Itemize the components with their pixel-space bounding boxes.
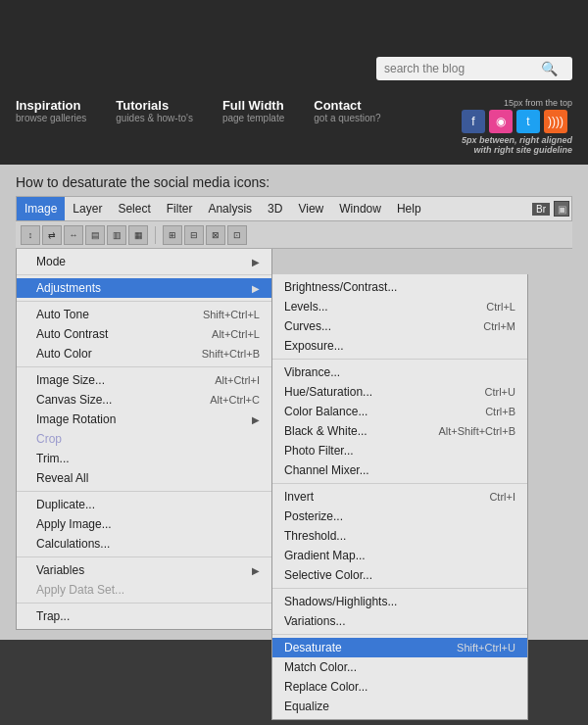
right-row-photo-filter[interactable]: Photo Filter... <box>272 441 527 460</box>
right-row-selective-color[interactable]: Selective Color... <box>272 565 527 585</box>
dribbble-icon[interactable]: ◉ <box>489 110 513 133</box>
right-row-channel-mixer[interactable]: Channel Mixer... <box>272 460 527 480</box>
auto-color-shortcut: Shift+Ctrl+B <box>202 348 260 360</box>
levels-shortcut: Ctrl+L <box>486 301 515 313</box>
nav-item-inspiration[interactable]: Inspiration browse galleries <box>16 98 86 123</box>
image-rotation-label: Image Rotation <box>36 412 116 426</box>
menu-row-mode[interactable]: Mode ▶ <box>17 252 271 271</box>
tb-btn-5[interactable]: ▥ <box>107 225 126 245</box>
menu-bar: Image Layer Select Filter Analysis 3D Vi… <box>16 196 572 221</box>
right-row-curves[interactable]: Curves... Ctrl+M <box>272 316 527 336</box>
right-row-invert[interactable]: Invert Ctrl+I <box>272 487 527 507</box>
facebook-icon[interactable]: f <box>462 110 485 133</box>
menu-item-window[interactable]: Window <box>331 197 389 220</box>
menu-group-variables: Variables ▶ Apply Data Set... <box>17 557 271 604</box>
menu-row-duplicate[interactable]: Duplicate... <box>17 495 271 514</box>
right-row-color-balance[interactable]: Color Balance... Ctrl+B <box>272 402 527 421</box>
menu-item-analysis[interactable]: Analysis <box>200 197 260 220</box>
menu-group-duplicate: Duplicate... Apply Image... Calculations… <box>17 492 271 557</box>
right-row-match-color[interactable]: Match Color... <box>272 657 527 677</box>
selective-color-label: Selective Color... <box>284 568 372 582</box>
nav-item-tutorials[interactable]: Tutorials guides & how-to's <box>116 98 193 123</box>
search-input[interactable] <box>384 62 541 75</box>
nav-item-contact[interactable]: Contact got a question? <box>314 98 380 123</box>
right-row-hue-sat[interactable]: Hue/Saturation... Ctrl+U <box>272 382 527 402</box>
nav-area: Inspiration browse galleries Tutorials g… <box>0 98 588 165</box>
twitter-icon[interactable]: t <box>516 110 540 133</box>
mode-label: Mode <box>36 255 66 268</box>
curves-shortcut: Ctrl+M <box>483 320 515 332</box>
menu-item-help[interactable]: Help <box>389 197 429 220</box>
auto-contrast-label: Auto Contrast <box>36 327 108 341</box>
right-row-equalize[interactable]: Equalize <box>272 697 527 716</box>
right-row-brightness[interactable]: Brightness/Contrast... <box>272 277 527 297</box>
nav-title-contact: Contact <box>314 98 380 113</box>
menu-row-trim[interactable]: Trim... <box>17 449 271 468</box>
menu-item-filter[interactable]: Filter <box>159 197 201 220</box>
tb-btn-1[interactable]: ↕ <box>21 225 40 245</box>
tb-btn-3[interactable]: ↔ <box>64 225 83 245</box>
social-note-top: 15px from the top <box>462 98 572 108</box>
content-area: How to desaturate the social media icons… <box>0 165 588 640</box>
right-row-vibrance[interactable]: Vibrance... <box>272 362 527 382</box>
rss-icon[interactable]: )))) <box>544 110 567 133</box>
menu-row-auto-color[interactable]: Auto Color Shift+Ctrl+B <box>17 344 271 363</box>
exposure-label: Exposure... <box>284 339 344 353</box>
calculations-label: Calculations... <box>36 537 110 551</box>
shadows-label: Shadows/Highlights... <box>284 595 397 608</box>
menu-group-auto: Auto Tone Shift+Ctrl+L Auto Contrast Alt… <box>17 302 271 367</box>
menu-group-adjustments: Adjustments ▶ <box>17 275 271 302</box>
tb-btn-7[interactable]: ⊞ <box>163 225 182 245</box>
adjustments-label: Adjustments <box>36 281 101 295</box>
tb-btn-8[interactable]: ⊟ <box>184 225 204 245</box>
nav-links: Inspiration browse galleries Tutorials g… <box>16 98 381 123</box>
tb-btn-9[interactable]: ⊠ <box>206 225 225 245</box>
threshold-label: Threshold... <box>284 529 346 543</box>
equalize-label: Equalize <box>284 700 329 713</box>
menu-item-3d[interactable]: 3D <box>260 197 290 220</box>
reveal-all-label: Reveal All <box>36 471 88 485</box>
invert-shortcut: Ctrl+I <box>489 491 515 503</box>
menu-item-image[interactable]: Image <box>17 197 65 220</box>
menu-row-auto-contrast[interactable]: Auto Contrast Alt+Ctrl+L <box>17 324 271 344</box>
right-row-desaturate[interactable]: Desaturate Shift+Ctrl+U <box>272 638 527 657</box>
menu-row-reveal-all[interactable]: Reveal All <box>17 468 271 488</box>
right-row-replace-color[interactable]: Replace Color... <box>272 677 527 697</box>
tb-btn-2[interactable]: ⇄ <box>42 225 62 245</box>
search-row: 🔍 <box>16 57 572 80</box>
menu-row-auto-tone[interactable]: Auto Tone Shift+Ctrl+L <box>17 305 271 324</box>
brightness-label: Brightness/Contrast... <box>284 280 397 294</box>
right-row-posterize[interactable]: Posterize... <box>272 507 527 526</box>
right-row-threshold[interactable]: Threshold... <box>272 526 527 546</box>
menu-row-apply-image[interactable]: Apply Image... <box>17 514 271 534</box>
nav-sub-contact: got a question? <box>314 113 380 123</box>
right-row-variations[interactable]: Variations... <box>272 611 527 631</box>
menu-row-canvas-size[interactable]: Canvas Size... Alt+Ctrl+C <box>17 390 271 410</box>
replace-color-label: Replace Color... <box>284 680 368 694</box>
nav-item-fullwidth[interactable]: Full Width page template <box>222 98 284 123</box>
menu-row-image-size[interactable]: Image Size... Alt+Ctrl+I <box>17 370 271 390</box>
menu-item-select[interactable]: Select <box>110 197 158 220</box>
duplicate-label: Duplicate... <box>36 498 95 511</box>
invert-label: Invert <box>284 490 314 504</box>
right-row-gradient-map[interactable]: Gradient Map... <box>272 546 527 565</box>
menu-row-adjustments[interactable]: Adjustments ▶ <box>17 278 271 298</box>
right-row-exposure[interactable]: Exposure... <box>272 336 527 356</box>
tb-btn-6[interactable]: ▦ <box>128 225 148 245</box>
menu-row-image-rotation[interactable]: Image Rotation ▶ <box>17 410 271 429</box>
menu-row-calculations[interactable]: Calculations... <box>17 534 271 554</box>
menu-item-layer[interactable]: Layer <box>65 197 110 220</box>
adjustments-arrow: ▶ <box>252 283 260 294</box>
tb-btn-10[interactable]: ⊡ <box>227 225 247 245</box>
apply-dataset-label: Apply Data Set... <box>36 583 124 597</box>
nav-sub-fullwidth: page template <box>222 113 284 123</box>
right-row-black-white[interactable]: Black & White... Alt+Shift+Ctrl+B <box>272 421 527 441</box>
menu-row-variables[interactable]: Variables ▶ <box>17 560 271 580</box>
mode-arrow: ▶ <box>252 257 260 267</box>
right-row-shadows[interactable]: Shadows/Highlights... <box>272 592 527 611</box>
tb-btn-4[interactable]: ▤ <box>85 225 105 245</box>
trap-label: Trap... <box>36 609 70 623</box>
menu-item-view[interactable]: View <box>290 197 331 220</box>
menu-row-trap[interactable]: Trap... <box>17 606 271 626</box>
right-row-levels[interactable]: Levels... Ctrl+L <box>272 297 527 316</box>
